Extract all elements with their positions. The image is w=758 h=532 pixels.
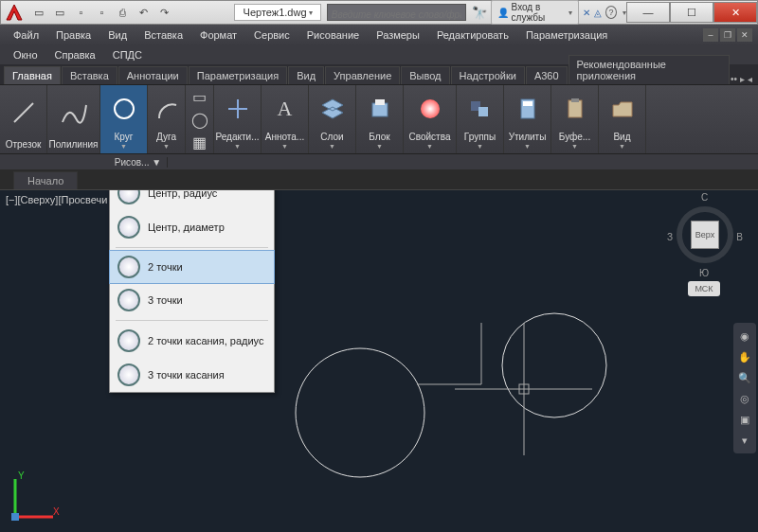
viewcube-north[interactable]: С xyxy=(701,192,708,203)
nav-orbit-icon[interactable]: ◎ xyxy=(737,391,752,406)
maximize-button[interactable]: ☐ xyxy=(670,2,713,23)
tool-circle[interactable]: Круг ▼ xyxy=(100,85,148,153)
menu-dim[interactable]: Размеры xyxy=(369,27,427,43)
nav-showmotion-icon[interactable]: ▣ xyxy=(737,412,752,427)
menu-format[interactable]: Формат xyxy=(192,27,244,43)
layers-icon xyxy=(319,96,346,122)
doc-tab-start[interactable]: Начало xyxy=(13,171,78,189)
panel-layers[interactable]: Слои ▼ xyxy=(309,85,356,153)
ribbon-collapse-icon[interactable]: ◂ xyxy=(748,74,752,84)
menu-item-label: 2 точки xyxy=(148,261,183,273)
ribbon-tab-output[interactable]: Вывод xyxy=(401,66,449,84)
circle-option-ttt[interactable]: 3 точки касания xyxy=(110,358,274,392)
nav-more-icon[interactable]: ▾ xyxy=(737,433,752,448)
circle-option-2points[interactable]: 2 точки xyxy=(109,250,275,284)
qat-save-icon[interactable]: ▫ xyxy=(72,4,89,21)
mdi-restore[interactable]: ❐ xyxy=(720,28,735,42)
ribbon-tab-insert[interactable]: Вставка xyxy=(62,66,117,84)
viewcube-west[interactable]: З xyxy=(667,232,673,242)
tool-line[interactable]: Отрезок xyxy=(0,85,47,153)
doc-tabs: Начало xyxy=(0,169,758,190)
search-box[interactable] xyxy=(327,4,466,21)
chevron-down-icon: ▼ xyxy=(163,143,170,151)
qat-open-icon[interactable]: ▭ xyxy=(51,4,68,21)
panel-view[interactable]: Вид ▼ xyxy=(599,85,646,153)
minimize-button[interactable]: — xyxy=(626,2,670,23)
qat-undo-icon[interactable]: ↶ xyxy=(135,4,152,21)
mdi-minimize[interactable]: – xyxy=(703,28,718,42)
menu-modify[interactable]: Редактировать xyxy=(429,27,516,43)
panel-groups[interactable]: Группы ▼ xyxy=(457,85,504,153)
panel-clipboard[interactable]: Буфе... ▼ xyxy=(551,85,599,153)
menu-spds[interactable]: СПДС xyxy=(105,47,150,62)
circle-option-center-diameter[interactable]: Центр, диаметр xyxy=(110,210,274,244)
login-button[interactable]: 👤 Вход в службы ▾ xyxy=(491,0,579,25)
mdi-close[interactable]: ✕ xyxy=(737,28,752,42)
viewcube-face[interactable]: Верх xyxy=(691,221,719,249)
ribbon-tab-home[interactable]: Главная xyxy=(4,66,61,84)
clipboard-icon xyxy=(562,96,588,122)
panel-block[interactable]: Блок ▼ xyxy=(356,85,404,153)
circle-option-3points[interactable]: 3 точки xyxy=(110,283,274,317)
panel-annot[interactable]: A Аннота... ▼ xyxy=(262,85,309,153)
ribbon-tab-view[interactable]: Вид xyxy=(288,66,324,84)
qat-new-icon[interactable]: ▭ xyxy=(30,4,47,21)
menu-file[interactable]: Файл xyxy=(6,27,46,43)
viewcube[interactable]: Верх С Ю В З МСК xyxy=(667,192,743,287)
menu-draw[interactable]: Рисование xyxy=(299,27,367,43)
folder-icon xyxy=(609,96,636,122)
rectangle-icon[interactable]: ▭ xyxy=(186,85,213,108)
nav-wheel-icon[interactable]: ◉ xyxy=(737,328,752,344)
menu-tools[interactable]: Сервис xyxy=(246,27,298,43)
polyline-icon xyxy=(60,99,88,126)
ribbon-tab-addins[interactable]: Надстройки xyxy=(451,66,525,84)
qat-saveas-icon[interactable]: ▫ xyxy=(93,4,110,21)
circle-dropdown-menu: Центр, радиус Центр, диаметр 2 точки 3 т… xyxy=(109,190,275,393)
ribbon-tab-manage[interactable]: Управление xyxy=(325,66,400,84)
panel-modify-label: Редакти... xyxy=(216,132,260,143)
wcs-badge[interactable]: МСК xyxy=(688,281,720,296)
ribbon-tab-param[interactable]: Параметризация xyxy=(189,66,287,84)
close-button[interactable]: ✕ xyxy=(713,2,757,23)
bullets-icon[interactable]: •• xyxy=(731,74,737,84)
text-icon: A xyxy=(262,85,308,132)
menu-window[interactable]: Окно xyxy=(6,47,45,62)
a360-icon[interactable]: ◬ xyxy=(594,8,602,18)
qat-redo-icon[interactable]: ↷ xyxy=(155,4,172,21)
ellipse-icon[interactable]: ◯ xyxy=(186,108,213,131)
ribbon-more-icon[interactable]: ▸ xyxy=(740,74,745,84)
ribbon-tab-annot[interactable]: Аннотации xyxy=(118,66,188,84)
nav-pan-icon[interactable]: ✋ xyxy=(737,349,752,364)
binoculars-icon[interactable]: 🔭 xyxy=(472,6,487,20)
panel-modify[interactable]: Редакти... ▼ xyxy=(214,85,262,153)
menu-insert[interactable]: Вставка xyxy=(136,27,190,43)
drawing-area[interactable]: [−][Сверху][Просвечи Центр, радиус Центр… xyxy=(0,190,758,532)
exchange-icon[interactable]: ✕ xyxy=(583,8,590,18)
viewcube-south[interactable]: Ю xyxy=(699,268,709,278)
menu-edit[interactable]: Правка xyxy=(48,27,99,43)
circle-icon xyxy=(117,364,140,386)
panel-draw-label[interactable]: Рисов... ▼ xyxy=(109,157,168,168)
app-logo[interactable] xyxy=(1,0,27,25)
menu-param[interactable]: Параметризация xyxy=(518,27,615,43)
qat-print-icon[interactable]: ⎙ xyxy=(114,4,131,21)
panel-annot-label: Аннота... xyxy=(265,132,304,143)
panel-props[interactable]: Свойства ▼ xyxy=(404,85,457,153)
search-input[interactable] xyxy=(332,8,461,23)
color-wheel-icon xyxy=(417,96,443,122)
hatch-icon[interactable]: ▦ xyxy=(186,131,213,153)
help-icon[interactable]: ? xyxy=(605,6,617,19)
tool-arc[interactable]: Дуга ▼ xyxy=(148,85,186,153)
panel-utilities[interactable]: Утилиты ▼ xyxy=(504,85,551,153)
circle-option-ttr[interactable]: 2 точки касания, радиус xyxy=(110,324,274,358)
tool-polyline[interactable]: Полилиния xyxy=(47,85,100,153)
viewcube-east[interactable]: В xyxy=(736,232,743,242)
circle-option-center-radius[interactable]: Центр, радиус xyxy=(110,190,274,210)
ribbon-tab-a360[interactable]: A360 xyxy=(526,66,568,84)
menu-help[interactable]: Справка xyxy=(47,47,103,62)
nav-zoom-icon[interactable]: 🔍 xyxy=(737,370,752,385)
menu-view[interactable]: Вид xyxy=(100,27,135,43)
drawn-circle-1 xyxy=(296,348,424,477)
chevron-down-icon[interactable]: ▾ xyxy=(309,9,313,17)
ribbon-tab-featured[interactable]: Рекомендованные приложения xyxy=(568,55,730,84)
